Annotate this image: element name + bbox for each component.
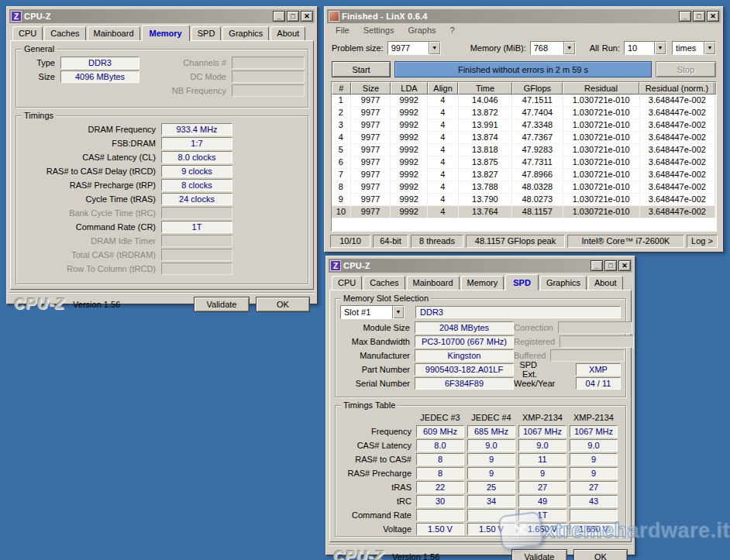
timing-value: 27 — [570, 481, 618, 493]
column-header[interactable]: Residual (norm.) — [639, 82, 715, 94]
timing-row: Command Rate (CR)1T — [16, 220, 308, 234]
menu-item-file[interactable]: File — [329, 24, 356, 36]
table-row[interactable]: 1099779992413.76448.11571.030721e-0103.6… — [332, 206, 716, 218]
tab-cpu[interactable]: CPU — [12, 26, 43, 40]
spd-value: 04 / 11 — [576, 377, 621, 390]
slot-combo[interactable]: Slot #1 ▼ — [340, 305, 405, 319]
run-combo[interactable]: 10 ▼ — [624, 41, 666, 55]
timing-row: DRAM Idle Timer — [16, 234, 308, 248]
tab-mainboard[interactable]: Mainboard — [88, 26, 140, 40]
tab-mainboard[interactable]: Mainboard — [407, 276, 460, 290]
times-value: times — [673, 42, 704, 54]
start-button[interactable]: Start — [332, 61, 391, 77]
tab-cpu[interactable]: CPU — [332, 276, 362, 290]
table-cell: 13.788 — [459, 181, 512, 194]
chevron-down-icon[interactable]: ▼ — [704, 42, 715, 54]
tab-graphics[interactable]: Graphics — [540, 276, 587, 290]
timings-table-row: tRAS22252727 — [336, 480, 625, 494]
minimize-icon[interactable]: _ — [273, 11, 285, 22]
table-cell: 4 — [428, 156, 459, 169]
table-row[interactable]: 899779992413.78848.03281.030721e-0103.64… — [332, 181, 716, 194]
close-icon[interactable]: ✕ — [618, 260, 631, 271]
cpuz-spd-tabbar: CPUCachesMainboardMemorySPDGraphicsAbout — [329, 273, 632, 290]
cpuz-app-icon: Z — [330, 260, 341, 271]
table-cell: 1.030721e-010 — [563, 169, 640, 181]
minimize-icon[interactable]: _ — [591, 260, 603, 271]
spd-info-row: Max BandwidthPC3-10700 (667 MHz)Register… — [336, 335, 625, 349]
timings-table-row: CAS# Latency8.09.09.09.0 — [336, 438, 625, 452]
ok-button[interactable]: OK — [573, 549, 628, 560]
times-combo[interactable]: times ▼ — [672, 41, 716, 55]
table-row[interactable]: 699779992413.87547.73111.030721e-0103.64… — [332, 156, 716, 169]
spd-label: Buffered — [514, 351, 546, 360]
tab-spd[interactable]: SPD — [505, 274, 539, 290]
timing-label: CAS# Latency — [336, 441, 411, 450]
memory-combo[interactable]: 768 ▼ — [530, 41, 576, 55]
spd-value: PC3-10700 (667 MHz) — [415, 335, 514, 348]
column-header[interactable]: Align — [428, 82, 459, 94]
linx-results-table[interactable]: #SizeLDAAlignTimeGFlopsResidualResidual … — [331, 81, 717, 232]
maximize-icon[interactable]: □ — [693, 11, 705, 22]
tab-graphics[interactable]: Graphics — [222, 26, 269, 40]
chevron-down-icon[interactable]: ▼ — [654, 42, 666, 54]
dc-mode-label: DC Mode — [163, 72, 226, 81]
stop-button[interactable]: Stop — [656, 61, 716, 77]
timing-value: 1.650 V — [518, 523, 566, 535]
timing-row: CAS# Latency (CL)8.0 clocks — [16, 150, 308, 164]
table-row[interactable]: 199779992414.04647.15111.030721e-0103.64… — [332, 94, 716, 107]
tab-about[interactable]: About — [588, 276, 623, 290]
column-header[interactable]: Time — [458, 82, 511, 94]
status-panel: 10/10 — [330, 235, 370, 248]
linx-titlebar[interactable]: Finished - LinX 0.6.4 _ □ ✕ — [327, 9, 721, 23]
cpuz-spd-titlebar[interactable]: Z CPU-Z _ □ ✕ — [329, 259, 632, 273]
tab-caches[interactable]: Caches — [44, 26, 85, 40]
ok-button[interactable]: OK — [256, 297, 310, 312]
chevron-down-icon[interactable]: ▼ — [392, 306, 404, 318]
chevron-down-icon[interactable]: ▼ — [563, 42, 575, 54]
validate-button[interactable]: Validate — [194, 297, 250, 312]
tab-spd[interactable]: SPD — [191, 26, 222, 40]
table-cell: 9992 — [391, 206, 428, 218]
problem-size-combo[interactable]: 9977 ▼ — [387, 41, 441, 55]
menu-item-help[interactable]: ? — [443, 24, 462, 36]
log-button[interactable]: Log > — [687, 235, 718, 248]
timing-row: DRAM Frequency933.4 MHz — [16, 122, 308, 136]
column-header[interactable]: Size — [351, 82, 391, 94]
tab-about[interactable]: About — [270, 26, 305, 40]
table-cell: 1.030721e-010 — [563, 107, 640, 119]
timing-label: tRAS — [336, 483, 411, 492]
timing-row: Row To Column (tRCD) — [16, 262, 308, 276]
maximize-icon[interactable]: □ — [604, 260, 617, 271]
tab-memory[interactable]: Memory — [461, 276, 504, 290]
tab-caches[interactable]: Caches — [363, 276, 405, 290]
table-cell: 4 — [428, 194, 459, 206]
menu-item-graphs[interactable]: Graphs — [401, 24, 442, 36]
table-row[interactable]: 499779992413.87447.73671.030721e-0103.64… — [332, 132, 716, 144]
validate-button[interactable]: Validate — [511, 549, 567, 560]
table-row[interactable]: 299779992413.87247.74041.030721e-0103.64… — [332, 107, 716, 119]
timing-value: 9 — [467, 467, 515, 479]
table-cell: 4 — [428, 181, 459, 194]
chevron-down-icon[interactable]: ▼ — [429, 42, 440, 54]
table-cell: 47.3348 — [512, 119, 563, 132]
column-header[interactable]: # — [332, 82, 351, 94]
spd-value — [560, 335, 634, 348]
timing-label: Command Rate (CR) — [16, 222, 156, 232]
table-row[interactable]: 599779992413.81847.92831.030721e-0103.64… — [332, 144, 716, 156]
column-header[interactable]: Residual — [563, 82, 639, 94]
close-icon[interactable]: ✕ — [301, 11, 313, 22]
tab-memory[interactable]: Memory — [142, 25, 190, 41]
table-row[interactable]: 999779992413.79048.02731.030721e-0103.64… — [332, 194, 716, 206]
table-row[interactable]: 799779992413.82747.89661.030721e-0103.64… — [332, 169, 716, 181]
run-label: Run: — [602, 43, 620, 53]
menu-item-settings[interactable]: Settings — [356, 24, 401, 36]
cpuz-memory-titlebar[interactable]: Z CPU-Z _ □ ✕ — [9, 9, 315, 23]
timing-label: Frequency — [336, 427, 411, 436]
timing-label: DRAM Idle Timer — [16, 236, 156, 246]
column-header[interactable]: LDA — [391, 82, 428, 94]
table-row[interactable]: 399779992413.99147.33481.030721e-0103.64… — [332, 119, 716, 132]
minimize-icon[interactable]: _ — [679, 11, 691, 22]
close-icon[interactable]: ✕ — [707, 11, 719, 22]
column-header[interactable]: GFlops — [512, 82, 563, 94]
maximize-icon[interactable]: □ — [287, 11, 299, 22]
